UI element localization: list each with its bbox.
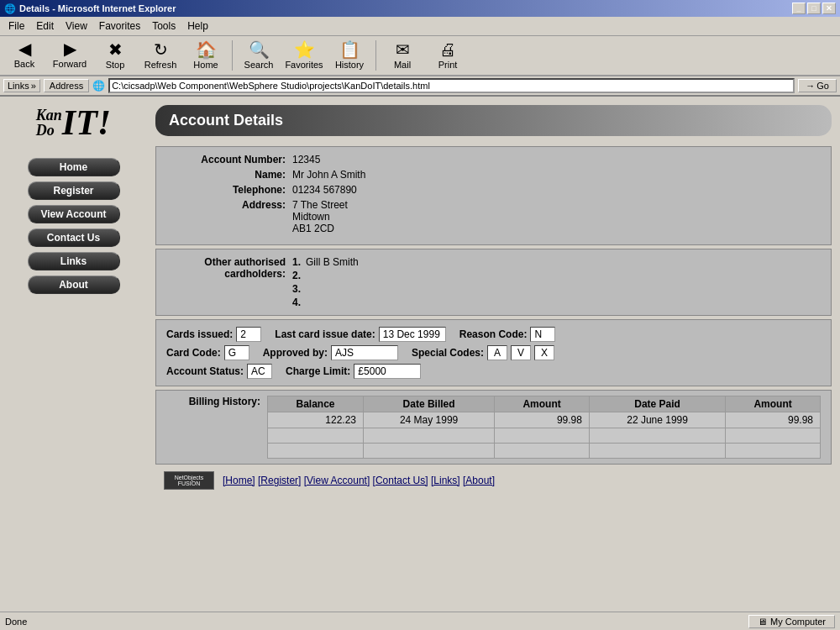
footer-link-contact-us[interactable]: [Contact Us] (373, 475, 428, 486)
address-line3: AB1 2CD (292, 223, 348, 234)
menu-favorites[interactable]: Favorites (94, 18, 145, 34)
logo-it: IT! (62, 105, 111, 140)
home-button[interactable]: 🏠 Home (185, 38, 227, 73)
cardholder-4: 4. (292, 297, 359, 308)
sidebar-item-register[interactable]: Register (28, 181, 120, 200)
menu-tools[interactable]: Tools (147, 18, 181, 34)
links-button[interactable]: Links » (3, 79, 40, 92)
charge-limit-value: £5000 (354, 364, 421, 379)
refresh-button[interactable]: ↻ Refresh (139, 38, 181, 73)
sidebar: Kan Do IT! Home Register View Account Co… (0, 97, 147, 630)
mail-icon: ✉ (396, 41, 410, 58)
billing-col-date-billed: Date Billed (363, 396, 494, 412)
billing-section: Billing History: Balance Date Billed Amo… (155, 390, 832, 465)
title-bar: 🌐 Details - Microsoft Internet Explorer … (0, 0, 840, 17)
history-button[interactable]: 📋 History (328, 38, 370, 73)
toolbar-separator-1 (232, 40, 233, 71)
footer-link-register[interactable]: [Register] (258, 475, 301, 486)
charge-limit-field: Charge Limit: £5000 (286, 364, 421, 379)
sidebar-item-about[interactable]: About (28, 276, 120, 294)
footer-link-view-account[interactable]: [View Account] (304, 475, 370, 486)
status-text: Done (5, 617, 27, 627)
address-label-field: Address: (166, 199, 292, 234)
forward-button[interactable]: ▶ Forward (49, 38, 91, 73)
window-controls: _ □ ✕ (792, 3, 836, 14)
billing-balance-3 (268, 444, 364, 459)
cardholder-2-num: 2. (292, 270, 301, 281)
approved-by-value: AJS (331, 345, 398, 360)
maximize-button[interactable]: □ (807, 3, 821, 14)
footer-link-links[interactable]: [Links] (431, 475, 460, 486)
address-icon: 🌐 (92, 80, 105, 92)
print-icon: 🖨 (439, 41, 456, 58)
cardholder-1-name: Gill B Smith (306, 256, 359, 268)
approved-by-label: Approved by: (263, 347, 328, 359)
billing-label: Billing History: (166, 396, 267, 459)
toolbar-separator-2 (375, 40, 376, 71)
sidebar-item-home[interactable]: Home (28, 158, 120, 176)
footer-link-about[interactable]: [About] (463, 475, 495, 486)
forward-icon: ▶ (64, 40, 76, 57)
account-number-label: Account Number: (166, 154, 292, 165)
go-button[interactable]: → Go (798, 79, 837, 92)
cards-issued-field: Cards issued: 2 (166, 327, 261, 342)
billing-amount2-3 (726, 444, 821, 459)
refresh-icon: ↻ (154, 41, 168, 58)
browser-window: 🌐 Details - Microsoft Internet Explorer … (0, 0, 840, 630)
special-code-a: A (487, 345, 507, 360)
status-left: Done (5, 617, 27, 627)
logo-do: Do (36, 123, 55, 138)
search-button[interactable]: 🔍 Search (238, 38, 280, 73)
billing-balance-1: 122.23 (268, 412, 364, 428)
minimize-button[interactable]: _ (792, 3, 806, 14)
page-title: Account Details (155, 105, 832, 136)
status-bar: Done 🖥 My Computer (0, 612, 840, 630)
card-code-value: G (224, 345, 249, 360)
special-codes-label: Special Codes: (412, 347, 484, 359)
cards-issued-label: Cards issued: (166, 328, 233, 340)
telephone-value: 01234 567890 (292, 184, 357, 196)
close-button[interactable]: ✕ (822, 3, 836, 14)
address-input[interactable] (108, 78, 795, 93)
sidebar-item-contact-us[interactable]: Contact Us (28, 228, 120, 247)
stop-button[interactable]: ✖ Stop (94, 38, 136, 73)
menu-view[interactable]: View (60, 18, 92, 34)
billing-table: Balance Date Billed Amount Date Paid Amo… (267, 396, 821, 459)
sidebar-item-view-account[interactable]: View Account (28, 205, 120, 223)
account-number-row: Account Number: 12345 (166, 154, 821, 165)
card-code-label: Card Code: (166, 347, 221, 359)
billing-col-amount2: Amount (726, 396, 821, 412)
sidebar-item-links[interactable]: Links (28, 252, 120, 270)
cardholders-list: 1. Gill B Smith 2. 3. 4. (292, 256, 359, 308)
stop-label: Stop (106, 60, 125, 70)
billing-header-row: Balance Date Billed Amount Date Paid Amo… (268, 396, 821, 412)
billing-date-paid-3 (589, 444, 725, 459)
content-area: Account Details Account Number: 12345 Na… (147, 97, 840, 630)
billing-data-row-1: 122.23 24 May 1999 99.98 22 June 1999 99… (268, 412, 821, 428)
telephone-label: Telephone: (166, 184, 292, 196)
search-label: Search (244, 60, 274, 70)
sidebar-about-label: About (59, 279, 88, 291)
cardholders-section: Other authorised cardholders: 1. Gill B … (155, 249, 832, 316)
go-label: Go (816, 81, 829, 91)
back-button[interactable]: ◀ Back (3, 38, 45, 73)
favorites-button[interactable]: ⭐ Favorites (283, 38, 325, 73)
toolbar: ◀ Back ▶ Forward ✖ Stop ↻ Refresh 🏠 Home… (0, 36, 840, 76)
menu-help[interactable]: Help (182, 18, 213, 34)
account-status-field: Account Status: AC (166, 364, 272, 379)
account-status-value: AC (247, 364, 272, 379)
mail-button[interactable]: ✉ Mail (381, 38, 423, 73)
billing-date-paid-1: 22 June 1999 (589, 412, 725, 428)
sidebar-links-label: Links (60, 255, 87, 267)
address-value: 7 The Street Midtown AB1 2CD (292, 199, 348, 234)
last-issue-field: Last card issue date: 13 Dec 1999 (275, 327, 445, 342)
title-bar-left: 🌐 Details - Microsoft Internet Explorer (4, 3, 176, 14)
approved-by-field: Approved by: AJS (263, 345, 398, 360)
footer-link-home[interactable]: [Home] (223, 475, 255, 486)
menu-edit[interactable]: Edit (31, 18, 59, 34)
menu-file[interactable]: File (3, 18, 29, 34)
billing-date-billed-1: 24 May 1999 (363, 412, 494, 428)
print-button[interactable]: 🖨 Print (427, 38, 469, 73)
sidebar-view-account-label: View Account (40, 208, 106, 220)
reason-code-label: Reason Code: (459, 328, 528, 340)
